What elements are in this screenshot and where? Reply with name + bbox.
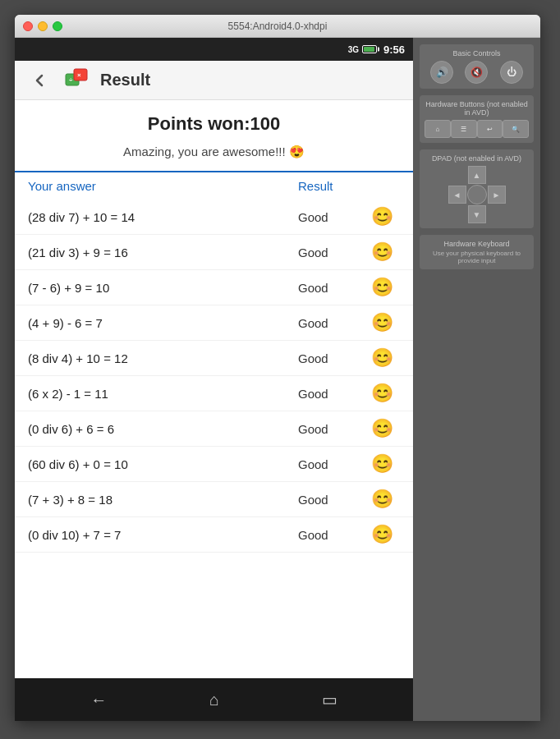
- menu-hw-icon: ☰: [461, 126, 466, 133]
- smiley-emoji: 😊: [371, 208, 393, 226]
- result-rows-container: (28 div 7) + 10 = 14 Good 😊 (21 div 3) +…: [15, 200, 413, 553]
- row-result: Good: [298, 457, 364, 471]
- col-result: Result: [298, 179, 364, 193]
- row-expression: (0 div 6) + 6 = 6: [28, 422, 298, 436]
- row-result: Good: [298, 246, 364, 259]
- smiley-emoji: 😊: [371, 314, 393, 332]
- content-area: 3G 9:56 ÷: [15, 38, 540, 721]
- row-expression: (60 div 6) + 0 = 10: [28, 457, 298, 471]
- back-hw-button[interactable]: ↩: [477, 120, 503, 138]
- row-expression: (4 + 9) - 6 = 7: [28, 316, 298, 330]
- basic-controls-title: Basic Controls: [425, 49, 529, 57]
- col-icon-header: [364, 179, 400, 193]
- volume-up-button[interactable]: 🔊: [430, 61, 453, 84]
- row-expression: (6 x 2) - 1 = 11: [28, 387, 298, 401]
- dpad: ▲ ▼ ◄ ►: [448, 166, 506, 223]
- recents-nav-button[interactable]: ▭: [322, 690, 337, 709]
- smiley-emoji: 😊: [371, 455, 393, 473]
- window-chrome: 5554:Android4.0-xhdpi 3G 9:56: [15, 15, 540, 721]
- row-smiley-icon: 😊: [364, 455, 400, 473]
- row-smiley-icon: 😊: [364, 278, 400, 296]
- dpad-section: DPAD (not enabled in AVD) ▲ ▼ ◄ ►: [420, 149, 534, 228]
- row-expression: (7 + 3) + 8 = 18: [28, 493, 298, 507]
- row-result: Good: [298, 351, 364, 365]
- points-header: Points won:100: [15, 100, 413, 145]
- row-smiley-icon: 😊: [364, 420, 400, 438]
- svg-text:×: ×: [77, 71, 81, 79]
- row-result: Good: [298, 281, 364, 295]
- app-title: Result: [100, 71, 150, 90]
- ctrl-buttons-row: 🔊 🔇 ⏻: [425, 61, 529, 84]
- battery-indicator: [362, 45, 377, 53]
- table-header: Your answer Result: [15, 172, 413, 200]
- close-button[interactable]: [23, 21, 33, 31]
- back-nav-button[interactable]: ←: [90, 691, 107, 709]
- table-row: (21 div 3) + 9 = 16 Good 😊: [15, 235, 413, 270]
- row-result: Good: [298, 493, 364, 507]
- home-hw-button[interactable]: ⌂: [425, 120, 451, 138]
- row-result: Good: [298, 210, 364, 224]
- smiley-emoji: 😊: [371, 384, 393, 402]
- row-smiley-icon: 😊: [364, 349, 400, 367]
- row-expression: (8 div 4) + 10 = 12: [28, 351, 298, 365]
- menu-hw-button[interactable]: ☰: [451, 120, 477, 138]
- svg-text:÷: ÷: [69, 76, 73, 84]
- search-hw-icon: 🔍: [512, 126, 520, 133]
- row-smiley-icon: 😊: [364, 490, 400, 508]
- volume-up-icon: 🔊: [436, 67, 448, 78]
- hardware-buttons-section: Hardware Buttons (not enabled in AVD) ⌂ …: [420, 95, 534, 143]
- table-row: (0 div 10) + 7 = 7 Good 😊: [15, 517, 413, 553]
- app-bar: ÷ × Result: [15, 61, 413, 100]
- row-result: Good: [298, 387, 364, 401]
- row-result: Good: [298, 316, 364, 330]
- title-bar: 5554:Android4.0-xhdpi: [15, 15, 540, 38]
- minimize-button[interactable]: [38, 21, 48, 31]
- home-nav-button[interactable]: ⌂: [209, 691, 219, 709]
- dpad-container: ▲ ▼ ◄ ►: [425, 166, 529, 223]
- back-button[interactable]: [25, 66, 54, 95]
- row-result: Good: [298, 422, 364, 436]
- dpad-down-button[interactable]: ▼: [468, 205, 486, 223]
- hardware-buttons-title: Hardware Buttons (not enabled in AVD): [425, 100, 529, 117]
- row-smiley-icon: 😊: [364, 526, 400, 544]
- search-hw-button[interactable]: 🔍: [503, 120, 529, 138]
- table-row: (4 + 9) - 6 = 7 Good 😊: [15, 305, 413, 341]
- row-expression: (28 div 7) + 10 = 14: [28, 210, 298, 224]
- back-hw-icon: ↩: [487, 126, 493, 133]
- keyboard-hint: Use your physical keyboard to provide in…: [425, 250, 529, 264]
- android-status-bar: 3G 9:56: [15, 38, 413, 61]
- volume-down-icon: 🔇: [470, 67, 483, 78]
- controls-panel: Basic Controls 🔊 🔇 ⏻ Hardware Buttons (n…: [413, 38, 540, 721]
- dpad-center-button[interactable]: [467, 185, 487, 204]
- signal-indicator: 3G: [348, 45, 359, 54]
- keyboard-section: Hardware Keyboard Use your physical keyb…: [420, 235, 534, 269]
- dpad-up-button[interactable]: ▲: [468, 166, 486, 184]
- hw-buttons-row: ⌂ ☰ ↩ 🔍: [425, 120, 529, 138]
- table-row: (0 div 6) + 6 = 6 Good 😊: [15, 411, 413, 447]
- dpad-title: DPAD (not enabled in AVD): [425, 154, 529, 163]
- traffic-lights: [23, 21, 62, 31]
- keyboard-title: Hardware Keyboard: [425, 240, 529, 248]
- dpad-right-button[interactable]: ►: [488, 186, 506, 204]
- dpad-left-button[interactable]: ◄: [448, 186, 466, 204]
- status-time: 9:56: [383, 44, 405, 56]
- row-smiley-icon: 😊: [364, 384, 400, 402]
- smiley-emoji: 😊: [371, 490, 393, 508]
- app-content: Points won:100 Amazing, you are awesome!…: [15, 100, 413, 678]
- table-row: (7 + 3) + 8 = 18 Good 😊: [15, 482, 413, 517]
- home-hw-icon: ⌂: [435, 126, 439, 133]
- basic-controls-section: Basic Controls 🔊 🔇 ⏻: [420, 44, 534, 89]
- awesome-text: Amazing, you are awesome!!! 😍: [15, 145, 413, 172]
- volume-down-button[interactable]: 🔇: [465, 61, 488, 84]
- app-icon: ÷ ×: [62, 66, 92, 95]
- window-title: 5554:Android4.0-xhdpi: [228, 21, 328, 32]
- table-row: (28 div 7) + 10 = 14 Good 😊: [15, 200, 413, 235]
- smiley-emoji: 😊: [371, 349, 393, 367]
- maximize-button[interactable]: [53, 21, 62, 31]
- power-button[interactable]: ⏻: [500, 61, 523, 84]
- battery-fill: [364, 47, 374, 52]
- smiley-emoji: 😊: [371, 526, 393, 544]
- table-row: (6 x 2) - 1 = 11 Good 😊: [15, 376, 413, 411]
- row-expression: (0 div 10) + 7 = 7: [28, 528, 298, 542]
- col-your-answer: Your answer: [28, 179, 298, 193]
